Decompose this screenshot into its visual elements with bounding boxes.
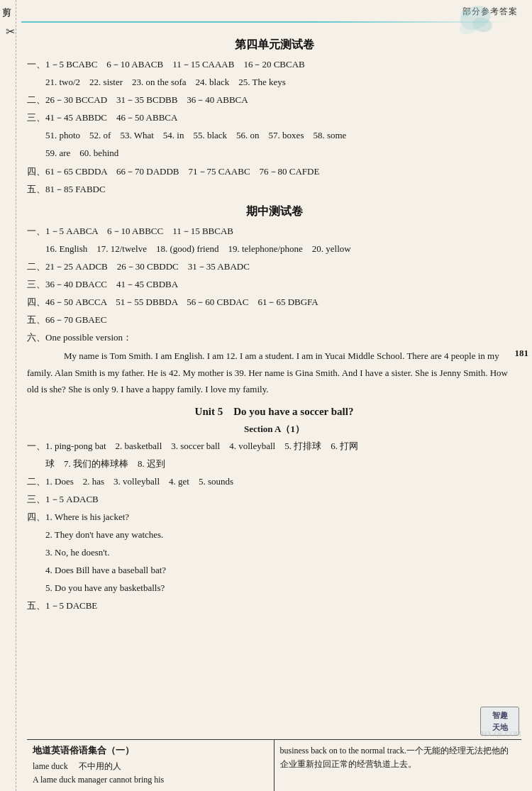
page-number: 181 (515, 348, 529, 359)
midterm-line-1: 一、1－5 AABCA 6－10 ABBCC 11－15 BBCAB (27, 223, 521, 239)
bottom-watermark: MX.QE.COM (481, 730, 521, 738)
unit4-line-5: 51. photo 52. of 53. What 54. in 55. bla… (27, 128, 521, 143)
scissors-icon: ✂ (6, 25, 15, 38)
unit4-line-4: 三、41－45 ABBDC 46－50 ABBCA (27, 110, 521, 126)
unit5-line-5: 四、1. Where is his jacket? (27, 509, 521, 525)
term-lame-duck-meaning: 不中用的人 (70, 761, 121, 771)
midterm-line-3: 二、21－25 AADCB 26－30 CBDDC 31－35 ABADC (27, 259, 521, 275)
unit4-line-3: 二、26－30 BCCAD 31－35 BCDBB 36－40 ABBCA (27, 92, 521, 108)
bottom-left-panel: 地道英语俗语集合（一） lame duck 不中用的人 A lame duck … (27, 740, 275, 791)
cut-line (16, 0, 16, 791)
unit5-line-7: 3. No, he doesn't. (27, 545, 521, 560)
unit5-subtitle: Section A（1） (27, 423, 521, 436)
bottom-term-1: lame duck 不中用的人 (33, 760, 268, 773)
midterm-line-7: 六、One possible version： (27, 330, 521, 345)
term-sentence: A lame duck manager cannot bring his (33, 775, 164, 785)
midterm-title: 期中测试卷 (27, 204, 521, 219)
svg-point-3 (460, 10, 469, 18)
unit4-line-2: 21. two/2 22. sister 23. on the sofa 24.… (27, 74, 521, 90)
midterm-line-5: 四、46－50 ABCCA 51－55 DBBDA 56－60 CBDAC 61… (27, 294, 521, 310)
unit4-line-7: 四、61－65 CBDDA 66－70 DADDB 71－75 CAABC 76… (27, 164, 521, 179)
unit4-line-1: 一、1－5 BCABC 6－10 ABACB 11－15 CAAAB 16－20… (27, 57, 521, 72)
midterm-line-6: 五、66－70 GBAEC (27, 312, 521, 328)
essay-paragraph: My name is Tom Smith. I am English. I am… (27, 348, 521, 397)
unit4-line-6: 59. are 60. behind (27, 145, 521, 161)
midterm-line-4: 三、36－40 DBACC 41－45 CBDBA (27, 277, 521, 292)
unit5-line-9: 5. Do you have any basketballs? (27, 580, 521, 596)
unit5-line-2: 球 7. 我们的棒球棒 8. 迟到 (27, 456, 521, 472)
page-container: ✂ 剪 剪 部分参考答案 第四单元测试卷 一、1－5 BCABC 6－10 AB… (0, 0, 532, 791)
unit4-line-8: 五、81－85 FABDC (27, 182, 521, 197)
midterm-line-2: 16. English 17. 12/twelve 18. (good) fri… (27, 241, 521, 257)
unit5-title: Unit 5 Do you have a soccer ball? (27, 405, 521, 419)
unit5-line-6: 2. They don't have any watches. (27, 527, 521, 543)
main-content: 第四单元测试卷 一、1－5 BCABC 6－10 ABACB 11－15 CAA… (27, 32, 521, 616)
unit5-line-1: 一、1. ping-pong bat 2. basketball 3. socc… (27, 438, 521, 454)
bottom-right-text: business back on to the normal track.一个无… (280, 744, 516, 771)
term-lame-duck: lame duck (33, 761, 68, 771)
unit4-title: 第四单元测试卷 (27, 38, 521, 52)
unit5-line-3: 二、1. Does 2. has 3. volleyball 4. get 5.… (27, 474, 521, 489)
unit5-line-4: 三、1－5 ADACB (27, 492, 521, 507)
unit5-line-10: 五、1－5 DACBE (27, 598, 521, 614)
bottom-term-2: A lame duck manager cannot bring his (33, 773, 268, 787)
bottom-banner: 地道英语俗语集合（一） lame duck 不中用的人 A lame duck … (27, 739, 521, 791)
unit5-line-8: 4. Does Bill have a baseball bat? (27, 563, 521, 578)
bottom-banner-title: 地道英语俗语集合（一） (33, 744, 268, 757)
bottom-right-panel: business back on to the normal track.一个无… (275, 740, 522, 791)
